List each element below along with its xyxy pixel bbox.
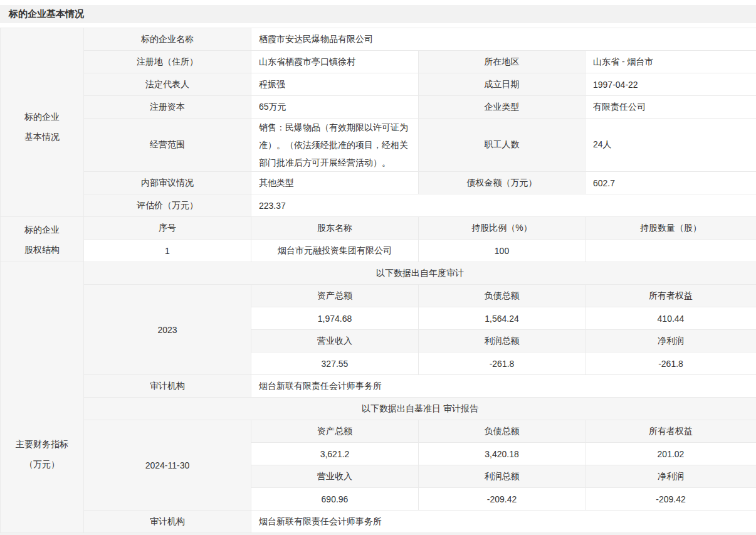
table-row: 2024-11-30 资产总额 负债总额 所有者权益 xyxy=(1,420,756,443)
financials-basedate-source-note: 以下数据出自基准日 审计报告 xyxy=(84,398,756,420)
label-company-type: 企业类型 xyxy=(419,96,585,119)
value-region: 山东省 - 烟台市 xyxy=(585,51,756,73)
value-internal-review: 其他类型 xyxy=(251,172,419,194)
table-row: 经营范围 销售：民爆物品（有效期限以许可证为准）。（依法须经批准的项目，经相关部… xyxy=(1,119,756,172)
label-employee-count: 职工人数 xyxy=(419,119,585,172)
value-audit-org-annual: 烟台新联有限责任会计师事务所 xyxy=(251,375,756,398)
value-creditor-amount: 602.7 xyxy=(585,172,756,194)
table-row: 审计机构 烟台新联有限责任会计师事务所 xyxy=(1,511,756,533)
table-row: 2023 资产总额 负债总额 所有者权益 xyxy=(1,285,756,307)
value-establish-date: 1997-04-22 xyxy=(585,73,756,96)
table-row: 1 烟台市元融投资集团有限公司 100 xyxy=(1,240,756,262)
value-business-scope: 销售：民爆物品（有效期限以许可证为准）。（依法须经批准的项目，经相关部门批准后方… xyxy=(251,119,419,172)
financials-value-total-profit: -209.42 xyxy=(419,488,585,511)
equity-header-shareholder: 股东名称 xyxy=(251,217,419,240)
group-label-line: （万元） xyxy=(1,454,83,474)
table-row: 法定代表人 程振强 成立日期 1997-04-22 xyxy=(1,73,756,96)
financials-value-equity: 410.44 xyxy=(585,307,756,330)
group-label-line: 基本情况 xyxy=(1,127,83,147)
financials-value-assets: 1,974.68 xyxy=(251,307,419,330)
value-appraisal-price: 223.37 xyxy=(251,194,756,217)
financials-value-equity: 201.02 xyxy=(585,443,756,465)
equity-header-ratio: 持股比例（%） xyxy=(419,217,585,240)
financials-value-liabilities: 1,564.24 xyxy=(419,307,585,330)
label-legal-representative: 法定代表人 xyxy=(84,73,251,96)
financials-value-liabilities: 3,420.18 xyxy=(419,443,585,465)
financials-header-total-profit: 利润总额 xyxy=(419,465,585,488)
financials-value-net-profit: -209.42 xyxy=(585,488,756,511)
financials-value-total-profit: -261.8 xyxy=(419,352,585,375)
financials-header-revenue: 营业收入 xyxy=(251,465,419,488)
label-establish-date: 成立日期 xyxy=(419,73,585,96)
equity-cell-shareholder: 烟台市元融投资集团有限公司 xyxy=(251,240,419,262)
financials-value-net-profit: -261.8 xyxy=(585,352,756,375)
group-label-financials: 主要财务指标 （万元） xyxy=(1,262,84,533)
financials-header-revenue: 营业收入 xyxy=(251,330,419,352)
financials-header-liabilities: 负债总额 xyxy=(419,285,585,307)
group-label-line: 标的企业 xyxy=(1,107,83,127)
financials-header-equity: 所有者权益 xyxy=(585,285,756,307)
section-title-bar: 标的企业基本情况 xyxy=(0,5,756,23)
financials-header-net-profit: 净利润 xyxy=(585,465,756,488)
equity-cell-shares xyxy=(585,240,756,262)
page-title: 标的企业基本情况 xyxy=(9,8,84,20)
table-row: 主要财务指标 （万元） 以下数据出自年度审计 xyxy=(1,262,756,285)
table-row: 注册资本 65万元 企业类型 有限责任公司 xyxy=(1,96,756,119)
group-label-line: 股权结构 xyxy=(1,240,83,260)
label-company-name: 标的企业名称 xyxy=(84,28,251,51)
financials-value-revenue: 690.96 xyxy=(251,488,419,511)
label-appraisal-price: 评估价（万元） xyxy=(84,194,251,217)
financials-header-assets: 资产总额 xyxy=(251,285,419,307)
label-registered-address: 注册地（住所） xyxy=(84,51,251,73)
financials-header-equity: 所有者权益 xyxy=(585,420,756,443)
value-registered-capital: 65万元 xyxy=(251,96,419,119)
equity-cell-index: 1 xyxy=(84,240,251,262)
table-row: 标的企业 股权结构 序号 股东名称 持股比例（%） 持股数量（股） xyxy=(1,217,756,240)
financials-header-liabilities: 负债总额 xyxy=(419,420,585,443)
group-label-line: 标的企业 xyxy=(1,220,83,240)
financials-header-net-profit: 净利润 xyxy=(585,330,756,352)
label-audit-org-annual: 审计机构 xyxy=(84,375,251,398)
financials-annual-period: 2023 xyxy=(84,285,251,375)
label-audit-org-basedate: 审计机构 xyxy=(84,511,251,533)
value-company-type: 有限责任公司 xyxy=(585,96,756,119)
value-registered-address: 山东省栖霞市亭口镇徐村 xyxy=(251,51,419,73)
financials-header-total-profit: 利润总额 xyxy=(419,330,585,352)
table-row: 以下数据出自基准日 审计报告 xyxy=(1,398,756,420)
financials-basedate-period: 2024-11-30 xyxy=(84,420,251,511)
table-row: 注册地（住所） 山东省栖霞市亭口镇徐村 所在地区 山东省 - 烟台市 xyxy=(1,51,756,73)
label-registered-capital: 注册资本 xyxy=(84,96,251,119)
financials-annual-source-note: 以下数据出自年度审计 xyxy=(84,262,756,285)
label-creditor-amount: 债权金额（万元） xyxy=(419,172,585,194)
table-row: 内部审议情况 其他类型 债权金额（万元） 602.7 xyxy=(1,172,756,194)
group-label-basic-info: 标的企业 基本情况 xyxy=(1,28,84,217)
value-employee-count: 24人 xyxy=(585,119,756,172)
value-legal-representative: 程振强 xyxy=(251,73,419,96)
label-internal-review: 内部审议情况 xyxy=(84,172,251,194)
table-row: 评估价（万元） 223.37 xyxy=(1,194,756,217)
equity-cell-ratio: 100 xyxy=(419,240,585,262)
equity-header-index: 序号 xyxy=(84,217,251,240)
financials-value-revenue: 327.55 xyxy=(251,352,419,375)
value-audit-org-basedate: 烟台新联有限责任会计师事务所 xyxy=(251,511,756,533)
value-company-name: 栖霞市安达民爆物品有限公司 xyxy=(251,28,756,51)
financials-header-assets: 资产总额 xyxy=(251,420,419,443)
target-enterprise-table: 标的企业 基本情况 标的企业名称 栖霞市安达民爆物品有限公司 注册地（住所） 山… xyxy=(0,28,756,533)
group-label-equity-structure: 标的企业 股权结构 xyxy=(1,217,84,262)
label-business-scope: 经营范围 xyxy=(84,119,251,172)
table-row: 审计机构 烟台新联有限责任会计师事务所 xyxy=(1,375,756,398)
label-region: 所在地区 xyxy=(419,51,585,73)
table-row: 标的企业 基本情况 标的企业名称 栖霞市安达民爆物品有限公司 xyxy=(1,28,756,51)
group-label-line: 主要财务指标 xyxy=(1,434,83,454)
financials-value-assets: 3,621.2 xyxy=(251,443,419,465)
equity-header-shares: 持股数量（股） xyxy=(585,217,756,240)
